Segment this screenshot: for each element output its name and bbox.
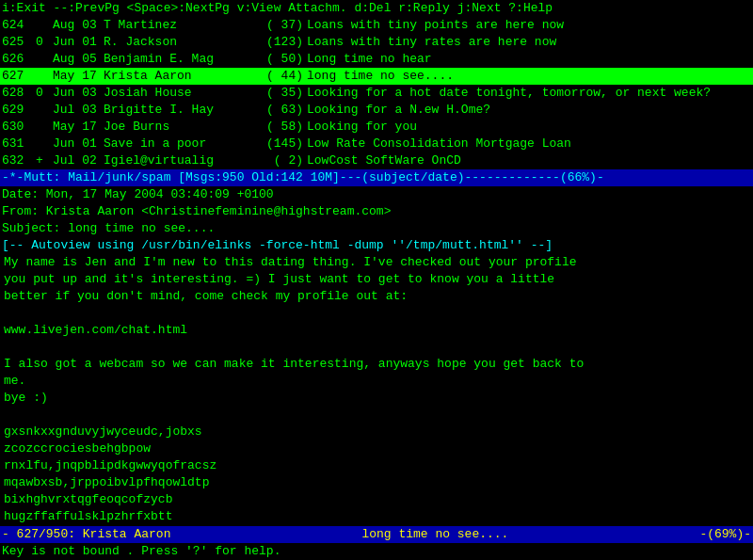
table-row[interactable]: 629 Jul 03 Brigitte I. Hay( 63)Looking f…	[0, 102, 753, 119]
msg-num: 624	[2, 17, 36, 34]
msg-sender: T Martinez	[104, 17, 262, 34]
msg-flags	[36, 102, 53, 119]
msg-size: (123)	[262, 34, 307, 51]
msg-size: ( 35)	[262, 85, 307, 102]
msg-subject: long time no see....	[307, 68, 751, 85]
msg-size: ( 63)	[262, 102, 307, 119]
table-row[interactable]: 630 May 17 Joe Burns( 58)Looking for you	[0, 119, 753, 136]
msg-subject: Looking for a hot date tonight, tomorrow…	[307, 85, 751, 102]
msg-num: 631	[2, 136, 36, 152]
msg-flags: 0	[36, 85, 53, 102]
msg-sender: Save in a poor	[104, 136, 262, 152]
list-item: me.	[4, 373, 749, 390]
folder-status-bar: -*-Mutt: Mail/junk/spam [Msgs:950 Old:14…	[0, 169, 753, 186]
msg-date: Jun 03	[53, 85, 104, 102]
msg-flags: 0	[36, 34, 53, 51]
msg-sender: Brigitte I. Hay	[104, 102, 262, 119]
msg-size: ( 58)	[262, 119, 307, 136]
list-item: www.livejen.com/chat.html	[4, 322, 749, 339]
msg-date: Aug 05	[53, 51, 104, 68]
msg-sender: Benjamin E. Mag	[104, 51, 262, 68]
mail-list: 624 Aug 03 T Martinez( 37)Loans with tin…	[0, 17, 753, 169]
table-row[interactable]: 624 Aug 03 T Martinez( 37)Loans with tin…	[0, 17, 753, 34]
msg-flags: +	[36, 152, 53, 169]
msg-size: ( 50)	[262, 51, 307, 68]
msg-date: Jun 01	[53, 34, 104, 51]
bottom-status-bar: - 627/950: Krista Aaron long time no see…	[0, 526, 753, 543]
table-row[interactable]: 6250 Jun 01 R. Jackson(123)Loans with ti…	[0, 34, 753, 51]
bottom-status-center: long time no see....	[361, 526, 508, 543]
list-item: I also got a webcam so we can make it in…	[4, 356, 749, 373]
msg-sender: R. Jackson	[104, 34, 262, 51]
autoview-text: [-- Autoview using /usr/bin/elinks -forc…	[2, 238, 553, 252]
msg-subject: Low Rate Consolidation Mortgage Loan	[307, 136, 751, 152]
hint-text: Key is not bound . Press '?' for help.	[2, 544, 280, 558]
msg-sender: Joe Burns	[104, 119, 262, 136]
list-item	[4, 305, 749, 322]
bottom-status-right: -(69%)-	[699, 526, 751, 543]
menu-text: i:Exit --:PrevPg <Space>:NextPg v:View A…	[2, 1, 553, 15]
msg-flags	[36, 119, 53, 136]
msg-date: May 17	[53, 119, 104, 136]
msg-sender: Krista Aaron	[104, 68, 262, 85]
top-menu-bar[interactable]: i:Exit --:PrevPg <Space>:NextPg v:View A…	[0, 0, 753, 17]
msg-sender: Josiah House	[104, 85, 262, 102]
msg-size: ( 37)	[262, 17, 307, 34]
terminal-screen: i:Exit --:PrevPg <Space>:NextPg v:View A…	[0, 0, 753, 560]
email-from: From: Krista Aaron <Christinefeminine@hi…	[2, 203, 751, 220]
msg-date: Jun 01	[53, 136, 104, 152]
msg-num: 632	[2, 152, 36, 169]
msg-num: 629	[2, 102, 36, 119]
list-item: better if you don't mind, come check my …	[4, 288, 749, 305]
list-item: gxsnkxxgnduvyjwyceudc,jobxs	[4, 424, 749, 440]
list-item: you put up and it's interesting. =) I ju…	[4, 271, 749, 288]
list-item: My name is Jen and I'm new to this datin…	[4, 254, 749, 271]
msg-num: 630	[2, 119, 36, 136]
message-body: My name is Jen and I'm new to this datin…	[0, 254, 753, 526]
list-item: bixhghvrxtqgfeoqcofzycb	[4, 491, 749, 508]
msg-num: 627	[2, 68, 36, 85]
list-item	[4, 339, 749, 356]
table-row[interactable]: 627 May 17 Krista Aaron( 44)long time no…	[0, 68, 753, 85]
folder-status-text: -*-Mutt: Mail/junk/spam [Msgs:950 Old:14…	[2, 170, 604, 184]
msg-date: Jul 02	[53, 152, 104, 169]
msg-subject: Loans with tiny points are here now	[307, 17, 751, 34]
autoview-bar: [-- Autoview using /usr/bin/elinks -forc…	[0, 237, 753, 254]
list-item	[4, 407, 749, 424]
msg-flags	[36, 51, 53, 68]
email-header: Date: Mon, 17 May 2004 03:40:09 +0100 Fr…	[0, 186, 753, 237]
bottom-status-left: - 627/950: Krista Aaron	[2, 526, 170, 543]
table-row[interactable]: 6280 Jun 03 Josiah House( 35)Looking for…	[0, 85, 753, 102]
msg-sender: Igiel@virtualig	[104, 152, 262, 169]
list-item: rnxlfu,jnqpblipdkgwwyqofracsz	[4, 457, 749, 474]
msg-subject: Looking for you	[307, 119, 751, 136]
email-subject: Subject: long time no see....	[2, 220, 751, 237]
msg-subject: LowCost SoftWare OnCD	[307, 152, 751, 169]
msg-size: ( 44)	[262, 68, 307, 85]
email-date: Date: Mon, 17 May 2004 03:40:09 +0100	[2, 186, 751, 203]
msg-date: Aug 03	[53, 17, 104, 34]
msg-flags	[36, 68, 53, 85]
list-item: hugzffaffulsklpzhrfxbtt	[4, 508, 749, 525]
table-row[interactable]: 631 Jun 01 Save in a poor(145)Low Rate C…	[0, 136, 753, 152]
msg-size: (145)	[262, 136, 307, 152]
msg-date: Jul 03	[53, 102, 104, 119]
table-row[interactable]: 632+ Jul 02 Igiel@virtualig( 2)LowCost S…	[0, 152, 753, 169]
msg-subject: Long time no hear	[307, 51, 751, 68]
list-item: mqawbxsb,jrppoibvlpfhqowldtp	[4, 474, 749, 491]
msg-num: 626	[2, 51, 36, 68]
msg-date: May 17	[53, 68, 104, 85]
msg-subject: Loans with tiny rates are here now	[307, 34, 751, 51]
msg-num: 625	[2, 34, 36, 51]
list-item: zcozccrociesbehgbpow	[4, 440, 749, 457]
msg-num: 628	[2, 85, 36, 102]
msg-size: ( 2)	[262, 152, 307, 169]
list-item: bye :)	[4, 390, 749, 407]
bottom-hint: Key is not bound . Press '?' for help.	[0, 543, 753, 560]
table-row[interactable]: 626 Aug 05 Benjamin E. Mag( 50)Long time…	[0, 51, 753, 68]
msg-flags	[36, 17, 53, 34]
msg-flags	[36, 136, 53, 152]
msg-subject: Looking for a N.ew H.Ome?	[307, 102, 751, 119]
